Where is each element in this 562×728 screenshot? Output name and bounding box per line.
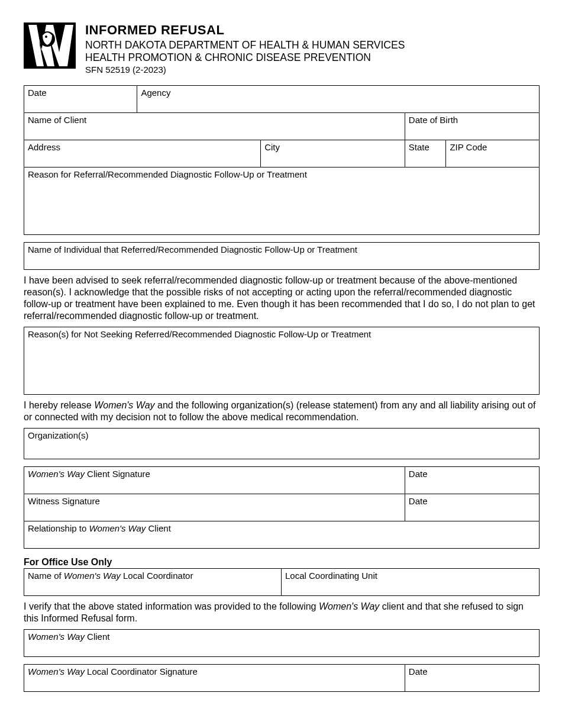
advise-paragraph: I have been advised to seek referral/rec… (24, 275, 540, 322)
release-pre: I hereby release (24, 400, 94, 410)
division-name: HEALTH PROMOTION & CHRONIC DISEASE PREVE… (85, 51, 405, 64)
date-field[interactable]: Date (24, 86, 137, 112)
address-field[interactable]: Address (24, 140, 261, 167)
reason-not-seeking-box: Reason(s) for Not Seeking Referred/Recom… (24, 327, 540, 395)
client-info-box: Date Agency Name of Client Date of Birth… (24, 85, 540, 235)
organizations-field[interactable]: Organization(s) (24, 429, 539, 459)
coordinating-unit-field[interactable]: Local Coordinating Unit (282, 569, 539, 595)
client-signature-field[interactable]: Women's Way Client Signature (24, 467, 405, 494)
svg-point-2 (45, 36, 47, 38)
witness-signature-date-field[interactable]: Date (405, 494, 539, 521)
relationship-label: Relationship to Women's Way Client (28, 523, 535, 534)
organizations-box: Organization(s) (24, 428, 540, 459)
header-text: INFORMED REFUSAL NORTH DAKOTA DEPARTMENT… (85, 22, 405, 75)
date-label: Date (28, 88, 133, 98)
client-signature-date-field[interactable]: Date (405, 467, 539, 494)
womens-way-logo (24, 22, 76, 69)
form-header: INFORMED REFUSAL NORTH DAKOTA DEPARTMENT… (24, 22, 540, 75)
client-name-field[interactable]: Name of Client (24, 112, 405, 140)
state-label: State (409, 142, 443, 153)
coordinating-unit-label: Local Coordinating Unit (285, 571, 535, 581)
coordinator-signature-date-label: Date (409, 666, 535, 677)
ww-client-field[interactable]: Women's Way Client (24, 630, 539, 656)
zip-field[interactable]: ZIP Code (446, 140, 539, 167)
state-field[interactable]: State (405, 140, 447, 167)
city-field[interactable]: City (261, 140, 405, 167)
coordinator-signature-box: Women's Way Local Coordinator Signature … (24, 664, 540, 692)
witness-signature-label: Witness Signature (28, 496, 401, 507)
verify-pre: I verify that the above stated informati… (24, 601, 319, 611)
witness-signature-field[interactable]: Witness Signature (24, 494, 405, 521)
office-use-heading: For Office Use Only (24, 557, 540, 569)
signature-box: Women's Way Client Signature Date Witnes… (24, 466, 540, 549)
coordinator-name-label: Name of Women's Way Local Coordinator (28, 571, 277, 581)
coordinator-box: Name of Women's Way Local Coordinator Lo… (24, 569, 540, 596)
form-title: INFORMED REFUSAL (85, 22, 405, 38)
client-signature-date-label: Date (409, 469, 535, 479)
dob-label: Date of Birth (409, 115, 535, 125)
verify-paragraph: I verify that the above stated informati… (24, 601, 540, 624)
referrer-name-field[interactable]: Name of Individual that Referred/Recomme… (24, 243, 539, 269)
client-signature-label: Women's Way Client Signature (28, 469, 401, 479)
ww-client-label: Women's Way Client (28, 632, 535, 642)
coordinator-signature-label: Women's Way Local Coordinator Signature (28, 666, 401, 677)
address-label: Address (28, 142, 257, 153)
reason-referral-field[interactable]: Reason for Referral/Recommended Diagnost… (24, 167, 539, 234)
release-ww: Women's Way (94, 400, 154, 410)
agency-field[interactable]: Agency (137, 86, 539, 112)
form-number: SFN 52519 (2-2023) (85, 65, 405, 75)
referrer-box: Name of Individual that Referred/Recomme… (24, 242, 540, 270)
referrer-name-label: Name of Individual that Referred/Recomme… (28, 244, 535, 255)
agency-label: Agency (141, 88, 535, 98)
reason-referral-label: Reason for Referral/Recommended Diagnost… (28, 169, 535, 180)
verify-ww: Women's Way (319, 601, 379, 611)
relationship-field[interactable]: Relationship to Women's Way Client (24, 521, 539, 548)
coordinator-name-field[interactable]: Name of Women's Way Local Coordinator (24, 569, 282, 595)
city-label: City (264, 142, 401, 153)
reason-not-seeking-field[interactable]: Reason(s) for Not Seeking Referred/Recom… (24, 327, 539, 394)
witness-signature-date-label: Date (409, 496, 535, 507)
ww-client-box: Women's Way Client (24, 629, 540, 657)
organizations-label: Organization(s) (28, 430, 535, 441)
release-paragraph: I hereby release Women's Way and the fol… (24, 400, 540, 423)
department-name: NORTH DAKOTA DEPARTMENT OF HEALTH & HUMA… (85, 39, 405, 51)
zip-label: ZIP Code (450, 142, 535, 153)
coordinator-signature-field[interactable]: Women's Way Local Coordinator Signature (24, 665, 405, 691)
coordinator-signature-date-field[interactable]: Date (405, 665, 539, 691)
dob-field[interactable]: Date of Birth (405, 112, 539, 140)
reason-not-seeking-label: Reason(s) for Not Seeking Referred/Recom… (28, 329, 535, 340)
client-name-label: Name of Client (28, 115, 401, 125)
